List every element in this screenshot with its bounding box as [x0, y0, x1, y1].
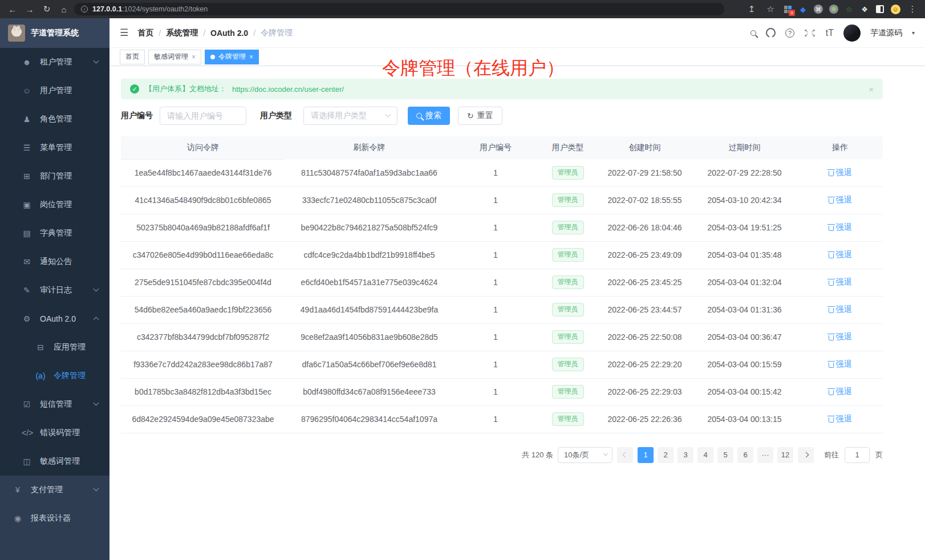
page-number-button[interactable]: 2	[658, 447, 674, 463]
extension-gem-icon[interactable]: ◆	[798, 4, 808, 14]
filter-form: 用户编号 用户类型 请选择用户类型 搜索 ↻重置	[121, 107, 883, 125]
url-text: 127.0.0.1:1024/system/oauth2/token	[92, 5, 208, 13]
caret-down-icon[interactable]: ▾	[912, 30, 915, 36]
extension-star-icon[interactable]: ☆	[844, 4, 854, 14]
page-size-select[interactable]: 10条/页	[558, 447, 612, 463]
reader-mode-icon[interactable]	[875, 4, 885, 14]
user-type-placeholder: 请选择用户类型	[311, 111, 367, 121]
user-id-label: 用户编号	[121, 111, 153, 121]
close-icon[interactable]: ×	[192, 53, 196, 61]
page-number-button[interactable]: 12	[777, 447, 793, 463]
next-page-button[interactable]	[798, 447, 814, 463]
page-number-button[interactable]: 6	[737, 447, 753, 463]
sidebar-item[interactable]: ⚙ OAuth 2.0	[0, 305, 109, 333]
page-number-button[interactable]: ···	[757, 447, 773, 463]
search-icon[interactable]	[750, 30, 756, 36]
sidebar-item[interactable]: ☑ 短信管理	[0, 390, 109, 419]
force-logout-button[interactable]: 强退	[829, 277, 852, 287]
help-icon[interactable]: ?	[785, 29, 794, 38]
browser-home-button[interactable]: ⌂	[57, 2, 71, 16]
table-row: c347026e805e4d99b0d116eae66eda8c cdfc4ce…	[121, 241, 883, 269]
access-token-cell: b0d1785bc3a8482f812db4a3f3bd15ec	[121, 378, 285, 405]
extension-record-icon[interactable]	[829, 4, 839, 14]
browser-menu-icon[interactable]: ⋮	[906, 2, 919, 16]
col-access-token: 访问令牌	[121, 136, 285, 159]
user-id-input[interactable]	[160, 107, 246, 125]
sidebar-item[interactable]: (a) 令牌管理	[0, 362, 109, 390]
extension-grid-icon[interactable]: 9	[782, 4, 793, 14]
force-logout-button[interactable]: 强退	[829, 414, 852, 424]
github-icon[interactable]	[766, 28, 776, 38]
tab-home[interactable]: 首页	[120, 50, 145, 64]
user-type-select[interactable]: 请选择用户类型	[303, 107, 397, 125]
share-icon[interactable]: ↥	[745, 2, 758, 16]
profile-emoji-icon[interactable]: ☺	[890, 4, 900, 14]
page-number-list: 123456···12	[638, 447, 793, 463]
sidebar-item[interactable]: ¥ 支付管理	[0, 476, 109, 504]
sidebar-item[interactable]: ⊟ 应用管理	[0, 333, 109, 362]
prev-page-button[interactable]	[617, 447, 633, 463]
user-type-cell: 管理员	[538, 405, 598, 433]
force-logout-button[interactable]: 强退	[829, 222, 852, 233]
force-logout-button[interactable]: 强退	[829, 332, 852, 342]
address-bar[interactable]: i 127.0.0.1:1024/system/oauth2/token	[74, 3, 724, 15]
search-button[interactable]: 搜索	[408, 107, 450, 125]
force-logout-button[interactable]: 强退	[829, 195, 852, 205]
close-icon[interactable]: ×	[249, 53, 253, 61]
sidebar-item[interactable]: ◫ 敏感词管理	[0, 447, 109, 476]
breadcrumb-system[interactable]: 系统管理	[166, 28, 198, 38]
sidebar-item[interactable]: ☰ 菜单管理	[0, 133, 109, 162]
sidebar-item[interactable]: ⊞ 部门管理	[0, 162, 109, 190]
page-number-button[interactable]: 4	[697, 447, 713, 463]
doc-link[interactable]: https://doc.iocoder.cn/user-center/	[232, 85, 344, 94]
alert-close-icon[interactable]: ×	[869, 84, 874, 94]
tab-token-manage[interactable]: 令牌管理×	[205, 50, 259, 64]
sidebar-item[interactable]: ▤ 字典管理	[0, 219, 109, 247]
expire-time-cell: 2054-03-04 01:31:36	[692, 296, 797, 323]
browser-forward-button[interactable]: →	[23, 2, 36, 16]
sidebar-item[interactable]: ♟ 角色管理	[0, 105, 109, 133]
fullscreen-icon[interactable]: ↖ ↗↙ ↘	[804, 29, 816, 37]
sidebar-fold-icon[interactable]: ☰	[120, 27, 128, 39]
goto-suffix: 页	[875, 450, 883, 460]
page-number-button[interactable]: 5	[717, 447, 733, 463]
sidebar-item[interactable]: ◉ 报表设计器	[0, 504, 109, 533]
app-logo-bar: 芋道管理系统	[0, 18, 109, 48]
post-icon: ▣	[22, 200, 32, 209]
audit-log-icon: ✎	[22, 286, 32, 295]
page-number-button[interactable]: 1	[638, 447, 654, 463]
bookmark-star-icon[interactable]: ☆	[764, 2, 777, 16]
reset-button[interactable]: ↻重置	[458, 107, 502, 125]
force-logout-button[interactable]: 强退	[829, 387, 852, 397]
username[interactable]: 芋道源码	[870, 28, 902, 38]
user-avatar[interactable]	[843, 25, 861, 42]
sidebar-item[interactable]: </> 错误码管理	[0, 419, 109, 447]
text-size-icon[interactable]: tT	[826, 28, 834, 38]
force-logout-button[interactable]: 强退	[829, 250, 852, 260]
force-logout-button[interactable]: 强退	[829, 359, 852, 370]
extensions-puzzle-icon[interactable]: ❖	[859, 4, 870, 14]
goto-page-input[interactable]	[845, 447, 870, 463]
sidebar-item[interactable]: ✎ 审计日志	[0, 276, 109, 305]
tab-sensitive-word[interactable]: 敏感词管理×	[148, 50, 201, 64]
actions-cell: 强退	[797, 186, 883, 214]
app-logo	[8, 25, 25, 42]
sidebar-item[interactable]: ☺ 用户管理	[0, 76, 109, 105]
expire-time-cell: 2054-03-04 01:32:04	[692, 269, 797, 296]
page-number-button[interactable]: 3	[677, 447, 693, 463]
breadcrumb-oauth[interactable]: OAuth 2.0	[210, 29, 248, 38]
force-logout-button[interactable]: 强退	[829, 168, 852, 178]
page-info-icon[interactable]: i	[81, 6, 88, 13]
extension-cmd-icon[interactable]: ⌘	[813, 4, 823, 14]
breadcrumb: 首页 / 系统管理 / OAuth 2.0 / 令牌管理	[137, 28, 293, 38]
sidebar-item[interactable]: ▣ 岗位管理	[0, 190, 109, 219]
browser-back-button[interactable]: ←	[6, 2, 19, 16]
breadcrumb-home[interactable]: 首页	[137, 28, 153, 38]
sidebar-item[interactable]: ☻ 租户管理	[0, 48, 109, 76]
force-logout-button[interactable]: 强退	[829, 305, 852, 315]
browser-reload-button[interactable]: ↻	[40, 2, 54, 16]
expire-time-cell: 2022-07-29 22:28:50	[692, 159, 797, 186]
user-id-cell: 1	[453, 159, 538, 186]
sidebar-item[interactable]: ✉ 通知公告	[0, 247, 109, 276]
create-time-cell: 2022-06-25 23:44:57	[598, 296, 692, 323]
